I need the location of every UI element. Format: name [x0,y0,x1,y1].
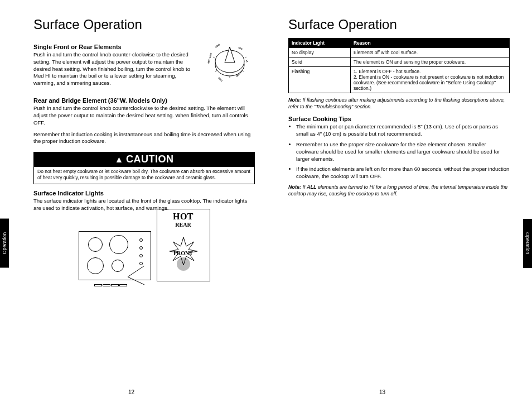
body-single-elements: Push in and turn the control knob counte… [33,51,199,87]
body-rear-bridge-2: Remember that induction cooking is insta… [33,131,255,146]
callout-leader-line [128,266,161,288]
page-spread: Surface Operation Single Front or Rear E… [0,0,532,295]
side-tab-left: Operation [0,219,9,268]
heading-cooking-tips: Surface Cooking Tips [288,116,510,122]
cell-indicator: Solid [289,58,351,67]
indicator-callout: HOT REAR FRONT [157,209,210,281]
table-header-reason: Reason [350,39,509,48]
cell-reason: Elements off with cool surface. [350,48,509,58]
caution-body: Do not heat empty cookware or let cookwa… [34,167,254,184]
caution-label: CAUTION [126,154,174,165]
list-item: If the induction elelments are left on f… [296,166,510,180]
tips-list: The minimum pot or pan diameter recommen… [288,123,510,180]
callout-rear-label: REAR [157,222,210,228]
heading-rear-bridge: Rear and Bridge Element (36"W. Models On… [33,97,255,104]
page-number-right: 13 [379,389,385,395]
note-lead: Note: [288,184,301,190]
list-item: The minimum pot or pan diameter recommen… [296,123,510,138]
table-row: Solid The element is ON and sensing the … [289,58,510,67]
callout-hot-label: HOT [157,212,210,222]
indicator-light-table: Indicator Light Reason No display Elemen… [288,38,510,93]
svg-marker-7 [170,237,197,265]
side-tab-right: Operation [523,219,532,268]
knob-illustration: OFF HI MED HI MED MED LOW LOW [205,38,255,92]
right-page: Surface Operation Indicator Light Reason… [288,17,510,284]
heading-indicator-lights: Surface Indicator Lights [33,190,255,197]
starburst-icon [170,237,197,265]
note-all-hi: Note: If ALL elements are turned to HI f… [288,184,510,197]
cooktop-diagram: HOT REAR FRONT [33,220,255,284]
knob-label-low: LOW [215,43,221,49]
knob-column [139,238,143,265]
svg-line-4 [243,70,244,72]
heading-single-elements: Single Front or Rear Elements [33,44,199,50]
cell-indicator: No display [289,48,351,58]
page-number-left: 12 [128,389,134,395]
cell-reason: 1. Element is OFF - hot surface. 2. Elem… [350,67,509,93]
cell-reason: The element is ON and sensing the proper… [350,58,509,67]
body-indicator-lights: The surface indicator lights are located… [33,198,255,212]
svg-line-5 [213,57,215,58]
knob-label-hi: HI [245,60,249,63]
note-body: elements are turned to HI for a long per… [288,184,507,197]
burner-icon [109,235,128,254]
burner-icon [88,237,103,252]
page-title-right: Surface Operation [288,17,510,32]
svg-line-3 [215,70,217,72]
cell-indicator: Flashing [289,67,351,93]
caution-box: ▲CAUTION Do not heat empty cookware or l… [33,152,255,184]
left-page: Surface Operation Single Front or Rear E… [33,17,255,284]
body-rear-bridge-1: Push in and turn the control knob counte… [33,105,255,126]
knob-label-off: OFF [238,46,244,51]
table-row: No display Elements off with cool surfac… [289,48,510,58]
table-header-indicator: Indicator Light [289,39,351,48]
note-flashing: Note: If flashing continues after making… [288,97,510,110]
svg-line-6 [245,57,246,58]
knob-label-med: MED [217,76,223,82]
note-bold-all: ALL [307,184,317,190]
note-body: If flashing continues after making adjus… [288,97,505,109]
burner-icon [112,260,124,272]
warning-icon: ▲ [115,155,124,164]
table-row: Flashing 1. Element is OFF - hot surface… [289,67,510,93]
note-lead: Note: [288,97,301,103]
caution-header: ▲CAUTION [34,152,254,167]
list-item: Remember to use the proper size cookware… [296,141,510,162]
knob-label-medlow: MED LOW [207,52,212,64]
burner-icon [87,257,104,274]
page-title-left: Surface Operation [33,17,255,32]
